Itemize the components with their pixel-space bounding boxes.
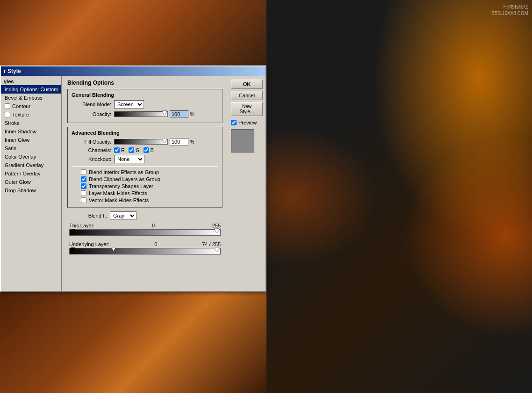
channel-r-label: R <box>121 147 125 153</box>
general-blending-title: General Blending <box>72 92 218 98</box>
right-fire-man-image <box>266 0 532 393</box>
sidebar-item-inner-shadow[interactable]: Inner Shadow <box>1 127 61 136</box>
underlying-thumb-right[interactable] <box>215 247 219 252</box>
blend-if-row: Blend If: Gray Red Green Blue <box>67 211 223 220</box>
this-layer-max: 255 <box>212 223 221 228</box>
this-layer-slider-track[interactable] <box>69 229 221 236</box>
transparency-shapes-label: Transparency Shapes Layer <box>89 183 153 189</box>
sidebar-item-contour[interactable]: Contour <box>1 102 61 110</box>
sidebar-header: yles <box>1 78 61 85</box>
opacity-slider-thumb[interactable] <box>162 111 167 115</box>
general-blending-section: General Blending Blend Mode: Screen Norm… <box>67 89 223 123</box>
sidebar-item-pattern-overlay[interactable]: Pattern Overlay <box>1 169 61 178</box>
opacity-row: Opacity: 100 % <box>72 110 218 118</box>
underlying-layer-slider-track[interactable] <box>69 248 221 255</box>
this-layer-label: This Layer: <box>69 223 94 228</box>
transparency-shapes-checkbox[interactable] <box>81 183 86 189</box>
dialog-title: r Style <box>4 68 21 74</box>
channel-g-label: G <box>136 147 140 153</box>
underlying-slider-container[interactable] <box>69 248 221 256</box>
sidebar-item-inner-glow[interactable]: Inner Glow <box>1 136 61 144</box>
opacity-slider-track[interactable] <box>114 111 168 117</box>
preview-row: Preview <box>231 120 263 125</box>
fill-opacity-slider[interactable] <box>114 139 168 145</box>
sidebar-item-gradient-overlay[interactable]: Gradient Overlay <box>1 161 61 169</box>
vector-mask-label: Vector Mask Hides Effects <box>89 197 149 203</box>
underlying-layer-labels: Underlying Layer: 0 74 / 255 <box>67 241 223 247</box>
advanced-blending-section: Advanced Blending Fill Opacity: % Channe… <box>67 127 223 208</box>
preview-box <box>231 129 254 153</box>
sidebar-item-color-overlay[interactable]: Color Overlay <box>1 153 61 161</box>
texture-checkbox[interactable] <box>5 112 10 117</box>
blend-mode-row: Blend Mode: Screen Normal Multiply Overl… <box>72 100 218 109</box>
blend-mode-select[interactable]: Screen Normal Multiply Overlay <box>114 100 144 109</box>
contour-checkbox[interactable] <box>5 103 10 109</box>
dialog-body: yles lnding Options: Custom Bevel & Embo… <box>1 76 266 291</box>
channel-g-item: G <box>129 147 140 153</box>
transparency-shapes-row: Transparency Shapes Layer <box>72 183 218 189</box>
sidebar-item-stroke[interactable]: Stroke <box>1 119 61 127</box>
knockout-select[interactable]: None Shallow Deep <box>114 155 144 163</box>
channel-r-checkbox[interactable] <box>114 147 120 153</box>
channel-r-item: R <box>114 147 125 153</box>
sidebar-item-outer-glow[interactable]: Outer Glow <box>1 178 61 186</box>
underlying-thumb-mid[interactable] <box>112 247 115 251</box>
dialog-titlebar: r Style <box>1 66 266 76</box>
advanced-blending-title: Advanced Blending <box>72 130 218 136</box>
sidebar-item-texture[interactable]: Texture <box>1 110 61 119</box>
layer-mask-label: Layer Mask Hides Effects <box>89 190 147 196</box>
blend-clipped-label: Blend Clipped Layers as Group <box>89 176 160 182</box>
sidebar-item-drop-shadow[interactable]: Drop Shadow <box>1 186 61 195</box>
cancel-button[interactable]: Cancel <box>231 91 263 100</box>
dialog-main-content: Blending Options General Blending Blend … <box>62 76 228 291</box>
channels-row: Channels: R G B <box>72 147 218 153</box>
layer-mask-checkbox[interactable] <box>81 190 86 196</box>
sidebar-item-satin[interactable]: Satin <box>1 144 61 153</box>
channel-b-label: B <box>151 147 154 153</box>
blend-clipped-checkbox[interactable] <box>81 176 86 182</box>
ok-button[interactable]: OK <box>231 80 263 89</box>
preview-checkbox[interactable] <box>231 120 237 125</box>
vector-mask-row: Vector Mask Hides Effects <box>72 197 218 203</box>
channel-b-item: B <box>144 147 154 153</box>
knockout-row: Knockout: None Shallow Deep <box>72 155 218 163</box>
underlying-layer-label: Underlying Layer: <box>69 241 109 247</box>
knockout-label: Knockout: <box>72 156 111 162</box>
channel-g-checkbox[interactable] <box>129 147 134 153</box>
underlying-min: 0 <box>154 241 157 247</box>
fill-opacity-thumb[interactable] <box>162 138 167 143</box>
blend-interior-row: Blend Interior Effects as Group <box>72 169 218 175</box>
fill-opacity-input[interactable] <box>170 138 188 146</box>
vector-mask-checkbox[interactable] <box>81 197 86 203</box>
right-bg-gradient <box>266 0 532 393</box>
blend-interior-label: Blend Interior Effects as Group <box>89 169 159 175</box>
channels-label: Channels: <box>72 147 111 153</box>
top-fire-image <box>0 0 266 66</box>
sidebar-item-bevel-emboss[interactable]: Bevel & Emboss <box>1 94 61 102</box>
divider-1 <box>72 166 218 167</box>
blend-if-section: Blend If: Gray Red Green Blue This Layer… <box>67 211 223 256</box>
new-style-button[interactable]: New Style... <box>231 102 263 116</box>
blend-clipped-row: Blend Clipped Layers as Group <box>72 176 218 182</box>
sidebar-item-blending-options[interactable]: lnding Options: Custom <box>1 85 61 94</box>
channel-b-checkbox[interactable] <box>144 147 149 153</box>
opacity-input[interactable]: 100 <box>170 110 188 118</box>
blend-interior-checkbox[interactable] <box>81 169 86 175</box>
this-layer-thumb-left[interactable] <box>71 229 75 233</box>
blend-if-select[interactable]: Gray Red Green Blue <box>110 211 137 220</box>
opacity-percent: % <box>190 111 194 117</box>
this-layer-thumb-right[interactable] <box>215 229 219 233</box>
bottom-fire-image <box>0 285 266 393</box>
this-layer-min: 0 <box>152 223 155 228</box>
opacity-label: Opacity: <box>72 111 111 117</box>
underlying-thumb-left[interactable] <box>71 247 75 252</box>
layer-mask-row: Layer Mask Hides Effects <box>72 190 218 196</box>
dialog-sidebar: yles lnding Options: Custom Bevel & Embo… <box>1 76 62 291</box>
blending-options-title: Blending Options <box>67 80 223 86</box>
blend-mode-label: Blend Mode: <box>72 102 111 107</box>
this-layer-slider-container[interactable] <box>69 229 221 238</box>
channels-group: R G B <box>114 147 154 153</box>
layer-style-dialog: r Style yles lnding Options: Custom Beve… <box>0 66 266 292</box>
dialog-buttons-panel: OK Cancel New Style... Preview <box>228 76 266 291</box>
underlying-mid-slash: 74 / 255 <box>202 241 221 247</box>
